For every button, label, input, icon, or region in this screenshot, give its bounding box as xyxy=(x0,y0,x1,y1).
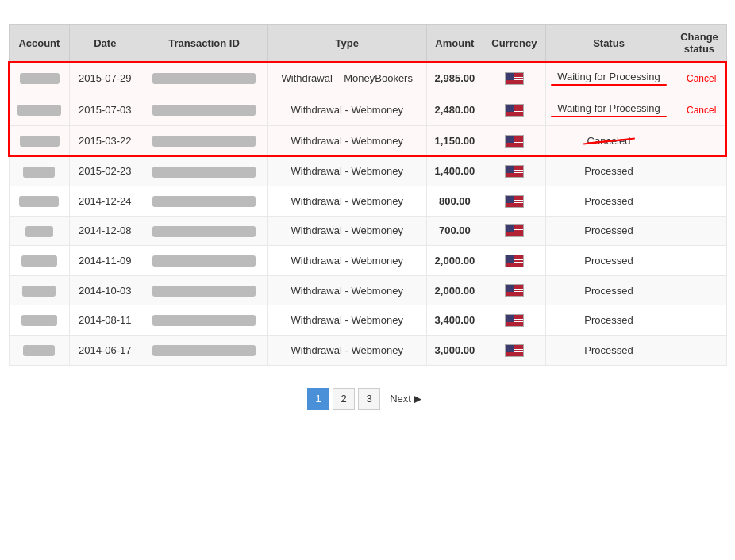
cell-currency xyxy=(483,246,546,276)
us-flag-icon xyxy=(505,165,524,178)
cell-change-status xyxy=(672,275,726,305)
cell-type: Withdrawal - Webmoney xyxy=(267,275,426,305)
cell-type: Withdrawal - Webmoney xyxy=(267,126,426,156)
cell-amount: 700.00 xyxy=(426,216,483,246)
cell-date: 2014-10-03 xyxy=(70,275,140,305)
cell-txid xyxy=(140,186,267,217)
col-header-account: Account xyxy=(9,25,70,63)
cell-txid xyxy=(140,94,267,126)
table-wrapper: Account Date Transaction ID Type Amount … xyxy=(0,24,735,366)
us-flag-icon xyxy=(505,195,524,208)
cell-change-status[interactable]: Cancel xyxy=(672,94,726,126)
cell-amount: 2,985.00 xyxy=(426,62,483,94)
cell-txid xyxy=(140,275,267,305)
cell-account xyxy=(9,126,70,156)
cell-amount: 1,400.00 xyxy=(426,156,483,186)
cell-amount: 3,000.00 xyxy=(426,335,483,365)
table-row: 2014-08-11Withdrawal - Webmoney3,400.00P… xyxy=(9,305,726,336)
cell-txid xyxy=(140,216,267,246)
us-flag-icon xyxy=(505,284,524,297)
col-header-change-status: Changestatus xyxy=(672,25,726,63)
cell-status: Canceled xyxy=(545,126,672,156)
cell-txid xyxy=(140,305,267,336)
cell-change-status[interactable]: Cancel xyxy=(672,62,726,94)
cell-currency xyxy=(483,275,546,305)
cell-type: Withdrawal - Webmoney xyxy=(267,156,426,186)
cell-date: 2015-02-23 xyxy=(70,156,140,186)
us-flag-icon xyxy=(505,314,524,327)
cell-type: Withdrawal - Webmoney xyxy=(267,94,426,126)
cell-date: 2014-12-08 xyxy=(70,216,140,246)
col-header-currency: Currency xyxy=(483,25,546,63)
pagination: 1 2 3 Next ▶ xyxy=(0,366,735,426)
cell-status: Waiting for Processing xyxy=(545,62,672,94)
us-flag-icon xyxy=(505,344,524,357)
cell-account xyxy=(9,305,70,336)
cell-txid xyxy=(140,246,267,276)
next-button[interactable]: Next ▶ xyxy=(383,389,428,408)
cell-account xyxy=(9,246,70,276)
transactions-table: Account Date Transaction ID Type Amount … xyxy=(8,24,727,366)
table-row: 2015-02-23Withdrawal - Webmoney1,400.00P… xyxy=(9,156,726,186)
cell-type: Withdrawal - Webmoney xyxy=(267,335,426,365)
cell-type: Withdrawal - Webmoney xyxy=(267,246,426,276)
cell-change-status xyxy=(672,126,726,156)
table-row: 2014-12-24Withdrawal - Webmoney800.00Pro… xyxy=(9,186,726,217)
cell-type: Withdrawal - Webmoney xyxy=(267,305,426,336)
table-row: 2015-07-29Withdrawal – MoneyBookers2,985… xyxy=(9,62,726,94)
cell-account xyxy=(9,275,70,305)
cell-status: Processed xyxy=(545,246,672,276)
col-header-date: Date xyxy=(70,25,140,63)
status-waiting: Waiting for Processing xyxy=(551,71,668,86)
cell-currency xyxy=(483,335,546,365)
cell-currency xyxy=(483,305,546,336)
cell-status: Processed xyxy=(545,216,672,246)
cell-amount: 2,480.00 xyxy=(426,94,483,126)
cell-status: Processed xyxy=(545,186,672,217)
cancel-button[interactable]: Cancel xyxy=(687,73,716,84)
cell-currency xyxy=(483,126,546,156)
cell-date: 2014-11-09 xyxy=(70,246,140,276)
col-header-amount: Amount xyxy=(426,25,483,63)
cell-txid xyxy=(140,156,267,186)
us-flag-icon xyxy=(505,224,524,237)
cell-status: Processed xyxy=(545,275,672,305)
cell-change-status xyxy=(672,216,726,246)
table-row: 2015-03-22Withdrawal - Webmoney1,150.00C… xyxy=(9,126,726,156)
cell-amount: 800.00 xyxy=(426,186,483,217)
page-3-button[interactable]: 3 xyxy=(358,388,380,410)
cell-account xyxy=(9,186,70,217)
cell-change-status xyxy=(672,305,726,336)
us-flag-icon xyxy=(505,72,524,85)
cell-change-status xyxy=(672,246,726,276)
page-2-button[interactable]: 2 xyxy=(333,388,355,410)
cell-account xyxy=(9,62,70,94)
cell-currency xyxy=(483,94,546,126)
cell-date: 2014-12-24 xyxy=(70,186,140,217)
cell-account xyxy=(9,156,70,186)
cell-type: Withdrawal - Webmoney xyxy=(267,216,426,246)
cell-txid xyxy=(140,62,267,94)
cell-status: Processed xyxy=(545,305,672,336)
cell-date: 2015-03-22 xyxy=(70,126,140,156)
col-header-txid: Transaction ID xyxy=(140,25,267,63)
cell-date: 2014-06-17 xyxy=(70,335,140,365)
us-flag-icon xyxy=(505,135,524,148)
table-row: 2015-07-03Withdrawal - Webmoney2,480.00W… xyxy=(9,94,726,126)
cell-amount: 2,000.00 xyxy=(426,275,483,305)
cell-currency xyxy=(483,62,546,94)
table-row: 2014-11-09Withdrawal - Webmoney2,000.00P… xyxy=(9,246,726,276)
status-canceled: Canceled xyxy=(587,135,631,147)
cell-status: Processed xyxy=(545,156,672,186)
page-1-button[interactable]: 1 xyxy=(307,388,329,410)
cell-txid xyxy=(140,335,267,365)
cell-account xyxy=(9,216,70,246)
cell-status: Processed xyxy=(545,335,672,365)
cell-currency xyxy=(483,186,546,217)
cell-amount: 3,400.00 xyxy=(426,305,483,336)
col-header-status: Status xyxy=(545,25,672,63)
cell-date: 2015-07-03 xyxy=(70,94,140,126)
cancel-button[interactable]: Cancel xyxy=(687,105,716,116)
cell-type: Withdrawal - Webmoney xyxy=(267,186,426,217)
us-flag-icon xyxy=(505,255,524,267)
